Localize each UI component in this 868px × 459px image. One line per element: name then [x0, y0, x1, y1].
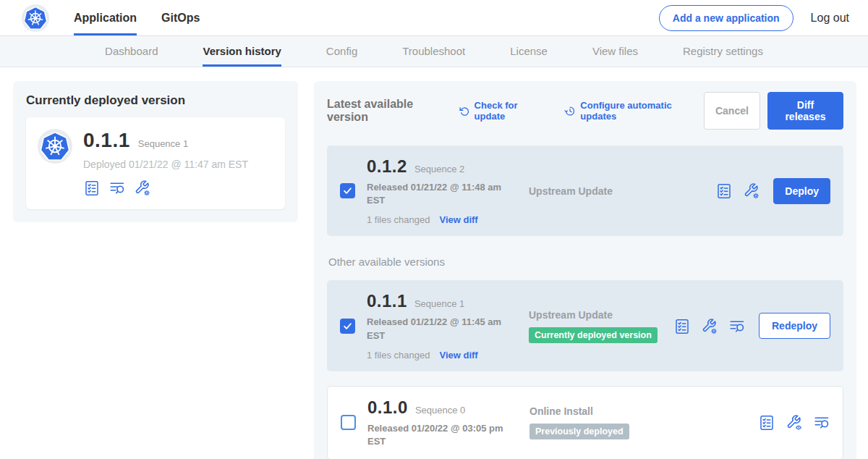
tab-troubleshoot-label: Troubleshoot — [402, 45, 465, 57]
diff-releases-button[interactable]: Diff releases — [767, 92, 843, 130]
version-checkbox[interactable] — [341, 415, 356, 430]
main-content: Currently deployed version 0.1.1 Sequenc… — [0, 67, 868, 459]
lines-magnifier-icon — [813, 414, 830, 431]
check-icon — [342, 321, 353, 332]
check-icon — [342, 185, 353, 196]
kubernetes-logo-icon — [38, 129, 72, 164]
previously-deployed-badge: Previously deployed — [529, 424, 629, 439]
files-changed: 1 files changed — [367, 214, 430, 225]
available-versions-header: Latest available version Check for updat… — [327, 92, 843, 130]
checklist-icon — [758, 414, 775, 431]
version-sequence: Sequence 1 — [414, 298, 464, 309]
source-label: Online Install — [529, 405, 746, 417]
tab-gitops[interactable]: GitOps — [161, 0, 200, 35]
refresh-icon — [459, 105, 470, 117]
clock-refresh-icon — [564, 105, 576, 117]
redeploy-button[interactable]: Redeploy — [759, 313, 830, 339]
version-source: Online Install Previously deployed — [525, 405, 746, 439]
lines-magnifier-icon — [109, 180, 125, 196]
source-label: Upstream Update — [529, 309, 662, 321]
view-diff-link[interactable]: View diff — [439, 350, 477, 361]
release-notes-button[interactable] — [83, 180, 100, 196]
source-label: Upstream Update — [529, 185, 704, 197]
version-number: 0.1.0 — [367, 397, 408, 418]
checklist-icon — [673, 318, 690, 334]
latest-available-title: Latest available version — [327, 98, 451, 124]
wrench-gear-icon — [701, 318, 718, 334]
tab-version-history-label: Version history — [203, 45, 281, 57]
version-checkbox[interactable] — [340, 319, 355, 334]
tab-version-history[interactable]: Version history — [203, 36, 281, 67]
tab-application-label: Application — [74, 12, 137, 25]
tab-registry-settings[interactable]: Registry settings — [683, 36, 763, 67]
add-application-button[interactable]: Add a new application — [659, 5, 793, 31]
version-actions — [758, 414, 830, 431]
version-info: 0.1.0 Sequence 0 Released 01/20/22 @ 03:… — [367, 397, 514, 448]
version-number: 0.1.2 — [367, 156, 407, 177]
tab-config-label: Config — [326, 45, 357, 57]
tab-view-files[interactable]: View files — [592, 36, 638, 67]
release-notes-button[interactable] — [673, 318, 690, 334]
deployed-version-number: 0.1.1 — [83, 129, 130, 152]
version-info: 0.1.2 Sequence 2 Released 01/21/22 @ 11:… — [367, 156, 513, 225]
version-number: 0.1.1 — [367, 291, 407, 311]
version-checkbox[interactable] — [340, 183, 355, 198]
files-changed: 1 files changed — [367, 350, 430, 361]
cancel-button[interactable]: Cancel — [704, 92, 760, 130]
tab-view-files-label: View files — [592, 45, 638, 57]
kubernetes-logo-icon — [22, 4, 49, 32]
edit-config-button[interactable] — [743, 182, 760, 199]
wrench-gear-icon — [743, 182, 760, 199]
view-deploy-logs-button[interactable] — [109, 180, 125, 196]
tab-license[interactable]: License — [510, 36, 548, 67]
version-source: Upstream Update — [524, 185, 704, 197]
top-nav: Application GitOps Add a new application… — [0, 0, 868, 36]
configure-automatic-updates-link[interactable]: Configure automatic updates — [564, 100, 704, 122]
version-row-0-1-0: 0.1.0 Sequence 0 Released 01/20/22 @ 03:… — [327, 386, 843, 459]
tab-troubleshoot[interactable]: Troubleshoot — [402, 36, 465, 67]
configure-automatic-updates-label: Configure automatic updates — [580, 100, 704, 122]
tab-application[interactable]: Application — [74, 0, 137, 35]
check-for-update-link[interactable]: Check for update — [459, 100, 548, 122]
tab-config[interactable]: Config — [326, 36, 357, 67]
view-diff-link[interactable]: View diff — [439, 214, 477, 225]
available-versions-panel: Latest available version Check for updat… — [314, 81, 856, 459]
checklist-icon — [83, 180, 100, 196]
topnav-tabs: Application GitOps — [74, 0, 200, 35]
view-deploy-logs-button[interactable] — [813, 414, 830, 431]
version-sequence: Sequence 0 — [415, 405, 465, 416]
topnav-right: Add a new application Log out — [659, 0, 849, 35]
version-actions: Deploy — [715, 178, 830, 204]
checklist-icon — [715, 182, 732, 199]
version-info: 0.1.1 Sequence 1 Released 01/21/22 @ 11:… — [367, 291, 513, 360]
logout-link[interactable]: Log out — [811, 12, 849, 25]
deployed-sequence: Sequence 1 — [138, 138, 188, 149]
tab-dashboard-label: Dashboard — [105, 45, 158, 57]
released-timestamp: Released 01/20/22 @ 03:05 pm EST — [367, 422, 514, 448]
tab-license-label: License — [510, 45, 548, 57]
deploy-button[interactable]: Deploy — [773, 178, 830, 204]
release-notes-button[interactable] — [715, 182, 732, 199]
released-timestamp: Released 01/21/22 @ 11:45 am EST — [367, 316, 513, 342]
app-logo — [22, 0, 49, 35]
deployed-panel-title: Currently deployed version — [26, 93, 285, 108]
edit-config-button[interactable] — [701, 318, 718, 334]
currently-deployed-panel: Currently deployed version 0.1.1 Sequenc… — [13, 81, 298, 222]
tab-registry-settings-label: Registry settings — [683, 45, 763, 57]
version-source: Upstream Update Currently deployed versi… — [524, 309, 662, 343]
deployed-version-info: 0.1.1 Sequence 1 Deployed 01/21/22 @ 11:… — [83, 129, 248, 196]
version-sequence: Sequence 2 — [414, 164, 464, 174]
wrench-gear-icon — [134, 180, 150, 196]
app-subnav: Dashboard Version history Config Trouble… — [0, 36, 868, 67]
view-config-button[interactable] — [786, 414, 802, 431]
version-row-0-1-2: 0.1.2 Sequence 2 Released 01/21/22 @ 11:… — [327, 146, 843, 236]
edit-config-button[interactable] — [134, 180, 150, 196]
wrench-eye-icon — [786, 414, 802, 431]
release-notes-button[interactable] — [758, 414, 775, 431]
lines-magnifier-icon — [728, 318, 745, 334]
view-deploy-logs-button[interactable] — [728, 318, 745, 334]
deployed-timestamp: Deployed 01/21/22 @ 11:47 am EST — [83, 159, 248, 170]
version-actions: Redeploy — [673, 313, 830, 339]
released-timestamp: Released 01/21/22 @ 11:48 am EST — [367, 181, 513, 207]
tab-dashboard[interactable]: Dashboard — [105, 36, 158, 67]
